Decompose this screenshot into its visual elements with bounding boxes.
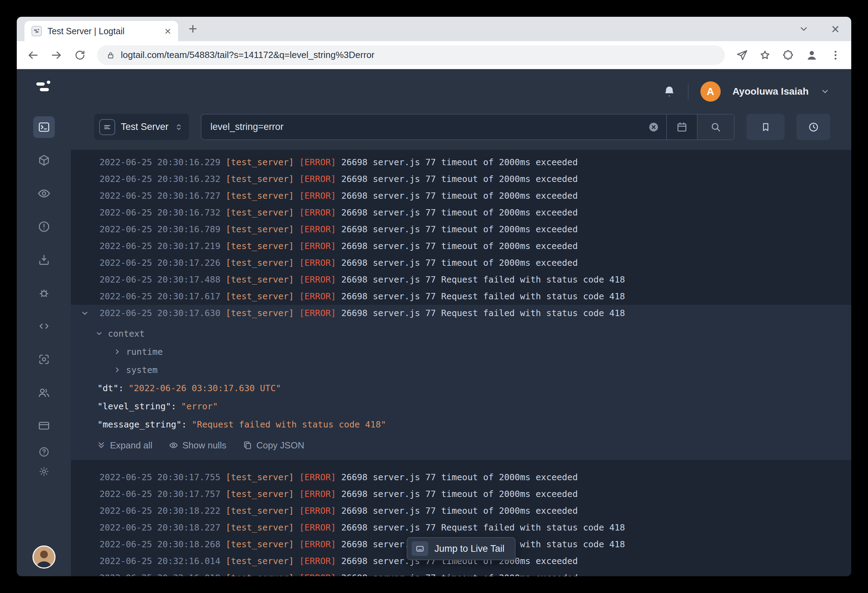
log-message: 26698 server.js 77 timeout of 2000ms exc… xyxy=(341,258,577,268)
system-node[interactable]: system xyxy=(71,361,851,379)
chevrons-down-icon xyxy=(97,441,106,450)
forward-icon[interactable] xyxy=(50,49,63,61)
cube-icon xyxy=(38,154,50,167)
log-row[interactable]: 2022-06-25 20:30:17.757 [test_server] [E… xyxy=(71,486,851,503)
user-avatar[interactable] xyxy=(32,546,56,569)
sidebar-item-billing[interactable] xyxy=(33,409,55,442)
tab-strip: Test Server | Logtail × + × xyxy=(17,17,851,41)
source-name: Test Server xyxy=(121,121,169,132)
log-time: 2022-06-25 20:30:17.757 xyxy=(99,489,220,499)
sidebar-item-alerts[interactable] xyxy=(33,210,55,243)
runtime-node[interactable]: runtime xyxy=(71,343,851,361)
menu-kebab-icon[interactable] xyxy=(830,49,841,61)
source-selector[interactable]: Test Server xyxy=(94,114,189,140)
clear-search-icon[interactable] xyxy=(641,115,666,139)
log-message: 26698 server.js 77 timeout of 2000ms exc… xyxy=(341,472,577,482)
log-time: 2022-06-25 20:30:18.222 xyxy=(99,506,220,516)
app-header: A Ayooluwa Isaiah xyxy=(71,69,851,114)
log-row[interactable]: 2022-06-25 20:30:16.229 [test_server] [E… xyxy=(71,154,851,171)
log-row[interactable]: 2022-06-25 20:30:18.222 [test_server] [E… xyxy=(71,503,851,519)
log-message: 26698 server.js 77 Request failed with s… xyxy=(341,275,625,285)
profile-icon[interactable] xyxy=(805,49,818,62)
log-message: 26698 server.js 77 timeout of 2000ms exc… xyxy=(341,157,577,167)
log-source: [test_server] xyxy=(226,224,294,234)
log-row[interactable]: 2022-06-25 20:30:17.617 [test_server] [E… xyxy=(71,288,851,305)
log-time: 2022-06-25 20:30:18.268 xyxy=(99,539,220,549)
bookmark-star-icon[interactable] xyxy=(759,49,771,61)
log-source: [test_server] xyxy=(226,275,294,285)
show-nulls-button[interactable]: Show nulls xyxy=(169,440,226,451)
tab-close-icon[interactable]: × xyxy=(164,25,171,37)
log-time: 2022-06-25 20:30:16.732 xyxy=(99,207,220,217)
log-source: [test_server] xyxy=(226,522,294,532)
bell-icon[interactable] xyxy=(663,85,676,98)
sidebar-item-explore[interactable] xyxy=(33,177,55,210)
browser-tab[interactable]: Test Server | Logtail × xyxy=(24,21,178,41)
log-level: [ERROR] xyxy=(299,157,336,167)
log-row[interactable]: 2022-06-25 20:30:17.219 [test_server] [E… xyxy=(71,238,851,254)
new-tab-button[interactable]: + xyxy=(189,22,197,36)
log-time: 2022-06-25 20:30:17.488 xyxy=(99,275,220,285)
log-time: 2022-06-25 20:30:18.227 xyxy=(99,522,220,532)
log-message: 26698 server.js 77 timeout of 2000ms exc… xyxy=(341,573,577,576)
log-time: 2022-06-25 20:30:16.789 xyxy=(99,224,220,234)
sidebar-item-debug[interactable] xyxy=(33,276,55,309)
log-row[interactable]: 2022-06-25 20:30:16.232 [test_server] [E… xyxy=(71,171,851,188)
favicon-icon xyxy=(31,26,42,36)
sidebar-item-archive[interactable] xyxy=(33,243,55,276)
jump-to-live-tail-button[interactable]: Jump to Live Tail xyxy=(406,537,516,560)
sidebar-item-theme[interactable] xyxy=(33,462,55,481)
sidebar-item-team[interactable] xyxy=(33,376,55,409)
log-time: 2022-06-25 20:30:17.219 xyxy=(99,241,220,251)
sidebar-item-sources[interactable] xyxy=(33,143,55,177)
sun-icon xyxy=(39,466,49,477)
log-row[interactable]: 2022-06-25 20:30:16.732 [test_server] [E… xyxy=(71,204,851,221)
log-time: 2022-06-25 20:32:16.014 xyxy=(99,556,220,566)
log-row[interactable]: 2022-06-25 20:30:18.227 [test_server] [E… xyxy=(71,519,851,536)
expand-all-button[interactable]: Expand all xyxy=(97,440,152,451)
reload-icon[interactable] xyxy=(74,49,86,61)
context-node[interactable]: context xyxy=(71,324,851,343)
tab-title: Test Server | Logtail xyxy=(47,26,159,36)
log-source: [test_server] xyxy=(226,174,294,184)
sidebar-item-live-tail[interactable] xyxy=(33,110,55,143)
terminal-icon xyxy=(38,121,50,133)
search-icon[interactable] xyxy=(697,115,734,139)
clipboard-icon xyxy=(243,441,252,450)
log-row[interactable]: 2022-06-25 20:30:17.755 [test_server] [E… xyxy=(71,469,851,486)
collapse-chevron-icon[interactable] xyxy=(81,305,89,322)
history-button[interactable] xyxy=(796,114,830,140)
credit-card-icon xyxy=(38,419,50,432)
log-message: 26698 server.js 77 timeout of 2000ms exc… xyxy=(341,506,577,516)
extensions-icon[interactable] xyxy=(782,49,794,61)
alert-circle-icon xyxy=(38,220,50,233)
log-row-expanded[interactable]: 2022-06-25 20:30:17.630 [test_server] [E… xyxy=(71,305,851,322)
calendar-icon[interactable] xyxy=(666,115,697,139)
url-bar[interactable]: logtail.com/team/54883/tail?s=141172&q=l… xyxy=(97,46,725,65)
log-row[interactable]: 2022-06-25 20:30:16.727 [test_server] [E… xyxy=(71,188,851,204)
sidebar-item-code[interactable] xyxy=(33,309,55,343)
send-icon[interactable] xyxy=(736,49,748,61)
browser-toolbar: logtail.com/team/54883/tail?s=141172&q=l… xyxy=(17,41,851,69)
log-row[interactable]: 2022-06-25 20:30:17.226 [test_server] [E… xyxy=(71,254,851,271)
search-input[interactable]: level_string=error xyxy=(201,115,641,139)
log-source: [test_server] xyxy=(226,241,294,251)
log-source: [test_server] xyxy=(226,506,294,516)
log-level: [ERROR] xyxy=(299,174,336,184)
copy-json-button[interactable]: Copy JSON xyxy=(243,440,304,451)
sidebar-item-scan[interactable] xyxy=(33,343,55,376)
log-row[interactable]: 2022-06-25 20:30:16.789 [test_server] [E… xyxy=(71,221,851,238)
log-time: 2022-06-25 20:30:16.727 xyxy=(99,191,220,201)
account-avatar[interactable]: A xyxy=(700,81,720,102)
back-icon[interactable] xyxy=(27,49,39,61)
log-row[interactable]: 2022-06-25 20:32:16.019 [test_server] [E… xyxy=(71,569,851,576)
log-time: 2022-06-25 20:30:17.630 xyxy=(99,308,220,318)
window-chevron-icon[interactable] xyxy=(799,24,809,34)
window-close-icon[interactable]: × xyxy=(831,22,839,36)
log-source: [test_server] xyxy=(226,308,294,318)
log-level: [ERROR] xyxy=(299,472,336,482)
saved-views-button[interactable] xyxy=(747,114,785,140)
log-row[interactable]: 2022-06-25 20:30:17.488 [test_server] [E… xyxy=(71,271,851,288)
chevron-down-icon[interactable] xyxy=(821,87,830,96)
sidebar-item-help[interactable] xyxy=(33,442,55,462)
